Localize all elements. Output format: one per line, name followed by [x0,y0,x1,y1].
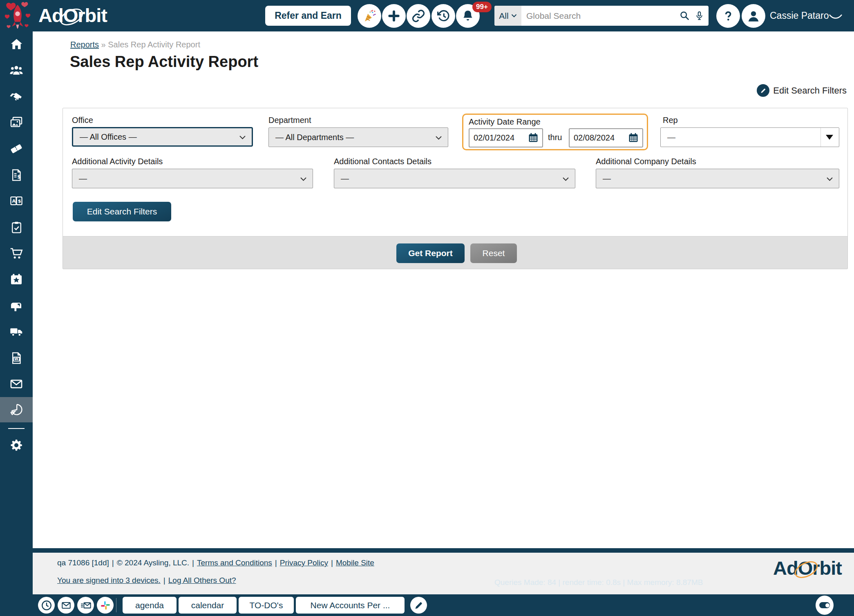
edit-search-filters-link[interactable]: Edit Search Filters [757,84,847,97]
sidebar-item-delivery[interactable] [0,319,33,345]
party-popper-icon [362,9,377,23]
sidebar-item-tasks[interactable] [0,214,33,240]
taskbar-agenda-button[interactable]: agenda [123,597,177,614]
w2-icon: W2 [10,351,23,365]
help-button[interactable] [716,4,740,28]
mobile-site-link[interactable]: Mobile Site [336,558,374,567]
sidebar-item-rate-book[interactable]: A $ [0,188,33,214]
sidebar-item-media[interactable] [0,109,33,136]
sidebar-item-contacts[interactable] [0,57,33,83]
calendar-picker-icon[interactable] [528,132,539,145]
sidebar-item-email[interactable] [0,371,33,397]
edit-search-filters-button[interactable]: Edit Search Filters [73,202,171,221]
rep-select[interactable]: — [660,127,839,147]
taskbar-clock-button[interactable] [38,597,55,614]
sidebar-item-invoices[interactable]: $ [0,162,33,188]
search-icon[interactable] [679,10,690,21]
sidebar-item-events[interactable] [0,266,33,292]
user-avatar[interactable] [742,4,765,28]
svg-text:$: $ [17,174,21,179]
search-scope-select[interactable]: All [494,6,521,26]
history-clock-icon [436,9,450,23]
page-footer: qa 71086 [1dd]|© 2024 Aysling, LLC.|Term… [33,553,854,594]
taskbar-new-accounts-button[interactable]: New Accounts Per ... [296,597,405,614]
footer-line2: You are signed into 3 devices.|Log All O… [57,576,236,585]
log-all-others-out-link[interactable]: Log All Others Out? [168,576,236,585]
ticket-icon [9,141,24,156]
user-name[interactable]: Cassie Pataro [770,0,829,31]
sidebar-item-home[interactable] [0,31,33,57]
department-select[interactable]: — All Departments — [268,127,448,147]
sidebar-item-orders[interactable] [0,240,33,266]
calendar-star-icon [9,272,23,286]
taskbar-calendar-button[interactable]: calendar [179,597,237,614]
taskbar-collapse-toggle[interactable] [816,596,834,615]
additional-activity-select[interactable]: — [72,169,313,188]
copyright: © 2024 Aysling, LLC. [117,558,189,567]
email-icon [61,600,72,611]
taskbar-newsletter-button[interactable] [77,597,94,614]
app-window: AdOrbit Refer and Earn [0,0,854,616]
celebration-button[interactable] [358,4,381,28]
privacy-link[interactable]: Privacy Policy [280,558,328,567]
home-icon [10,38,23,51]
sidebar-item-reports[interactable] [0,397,33,422]
breadcrumb-reports-link[interactable]: Reports [70,40,99,49]
bottom-taskbar: agenda calendar TO-DO's New Accounts Per… [0,594,854,616]
sidebar-item-deals[interactable] [0,83,33,109]
office-value: — All Offices — [80,132,137,142]
quick-add-button[interactable] [382,4,406,28]
plus-icon [387,9,401,23]
toggle-icon [819,602,830,608]
svg-text:$: $ [18,198,21,204]
history-button[interactable] [431,4,455,28]
footer-top-strip [33,548,854,553]
truck-icon [9,324,24,339]
chevron-down-icon [826,174,833,183]
global-search: All [494,6,709,26]
chevron-down-icon [300,174,307,183]
get-report-button[interactable]: Get Report [396,243,465,263]
link-button[interactable] [407,4,430,28]
bell-icon [461,9,475,23]
reset-button[interactable]: Reset [470,243,517,263]
office-select[interactable]: — All Offices — [72,127,253,147]
devices-link[interactable]: You are signed into 3 devices. [57,576,161,585]
taskbar-notes-button[interactable] [410,597,427,614]
breadcrumb-separator: » [101,40,106,49]
global-search-input[interactable] [521,6,679,26]
department-value: — All Departments — [275,133,354,142]
additional-company-select[interactable]: — [596,169,839,188]
calendar-picker-icon[interactable] [628,132,639,145]
rocket-hearts-icon [2,1,33,31]
rate-book-icon: A $ [9,194,23,208]
terms-link[interactable]: Terms and Conditions [197,558,272,567]
sidebar-item-mailbox[interactable] [0,292,33,319]
brand-wordmark[interactable]: AdOrbit [38,4,107,27]
link-icon [411,9,425,23]
activity-date-range-group: Activity Date Range thru [462,114,648,150]
taskbar-email-button[interactable] [58,597,74,614]
taskbar-slack-button[interactable] [97,597,114,614]
office-label: Office [72,116,93,125]
person-icon [746,8,761,24]
additional-contacts-value: — [341,174,349,183]
pencil-circle [757,84,769,97]
brand-rocket-logo[interactable] [2,1,33,31]
handshake-icon [9,89,24,104]
sidebar-item-w2[interactable]: W2 [0,345,33,371]
invoice-icon: $ [10,168,23,182]
taskbar-todos-button[interactable]: TO-DO's [239,597,294,614]
cart-icon [9,246,24,261]
newsletter-icon [80,600,92,611]
additional-contacts-select[interactable]: — [334,169,575,188]
refer-and-earn-button[interactable]: Refer and Earn [265,6,351,26]
brand-text-ad: Ad [38,4,63,26]
microphone-icon[interactable] [694,10,704,21]
contacts-icon [9,63,23,77]
additional-contacts-label: Additional Contacts Details [334,157,431,166]
taskbar-divider [116,598,116,612]
sidebar-item-settings[interactable] [0,432,33,458]
user-menu-caret-icon[interactable] [829,14,843,20]
sidebar-item-tickets[interactable] [0,136,33,162]
